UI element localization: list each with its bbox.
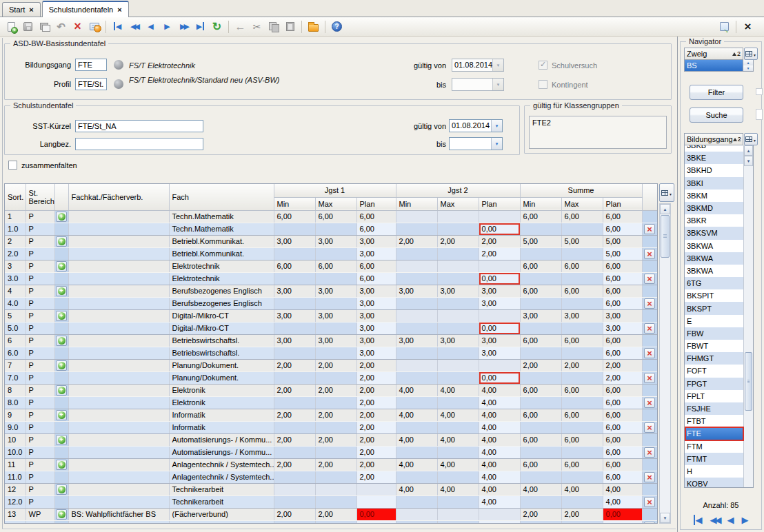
cell-value[interactable]: 6,00 [603,285,642,297]
cell-value[interactable] [274,347,315,359]
refresh-button[interactable] [209,19,225,34]
cell-value[interactable]: 4,00 [520,483,561,495]
column-header-bereich[interactable]: St. Bereich [26,184,54,210]
cell-value[interactable] [315,495,356,508]
cell-value[interactable] [315,347,356,359]
cell-value[interactable] [315,223,356,235]
cell-value[interactable] [520,247,561,260]
delete-record-button[interactable] [70,19,86,34]
cell-value[interactable]: 4,00 [396,483,437,495]
cell-value[interactable]: 2,00 [561,359,603,371]
cell-value[interactable] [356,520,396,524]
bis-select[interactable] [449,137,503,150]
cell-value[interactable]: 6,00 [603,446,642,458]
cell-value[interactable]: 2,00 [356,409,396,421]
cell-value[interactable] [274,371,315,384]
cell-value[interactable]: 4,00 [437,433,479,446]
cell-value[interactable] [479,210,520,223]
column-header-min[interactable]: Min [520,197,561,210]
bildungsgang-list-item[interactable]: 3BKI [685,177,743,190]
cell-value[interactable]: 2,00 [315,384,356,396]
column-header-max[interactable]: Max [561,197,603,210]
cell-value[interactable]: 6,00 [315,210,356,223]
cell-value[interactable]: 6,00 [561,260,603,272]
cell-value[interactable] [274,483,315,495]
table-row[interactable]: 5.0PDigital-/Mikro-CT3,000,003,00 [5,322,657,334]
cell-value[interactable]: 3,00 [356,247,396,260]
cell-value[interactable] [396,272,437,285]
cell-value[interactable]: 4,00 [396,409,437,421]
cell-value[interactable]: 2,00 [603,371,642,384]
cell-value[interactable] [274,247,315,260]
zweig-header[interactable]: Zweig 2 [684,48,743,60]
cell-value[interactable] [396,297,437,309]
nav-back-button[interactable] [143,19,159,34]
column-header-min[interactable]: Min [274,197,315,210]
cell-value[interactable]: 2,00 [479,247,520,260]
cell-value[interactable] [396,210,437,223]
cell-value[interactable] [396,495,437,508]
bildungsgang-settings-button[interactable] [744,133,758,145]
delete-row-button[interactable] [644,522,655,524]
bildungsgang-list-item[interactable]: BKSPT [685,302,743,314]
cell-value[interactable]: 6,00 [561,433,603,446]
close-module-button[interactable] [740,19,756,34]
cell-value[interactable] [437,260,479,272]
cell-value[interactable]: 3,00 [356,285,396,297]
bildungsgang-list-item[interactable]: FBW [685,327,743,340]
tab-close-icon[interactable] [29,6,33,14]
save-button[interactable] [20,19,36,34]
cell-value[interactable] [437,223,479,235]
nav-forward-button[interactable] [742,515,749,525]
cell-value[interactable]: 6,00 [561,210,603,223]
cell-value[interactable]: 3,00 [356,322,396,334]
expand-row-button[interactable] [56,236,67,247]
bildungsgang-list-item[interactable]: KOBV [685,478,743,488]
cell-value[interactable] [396,223,437,235]
column-header-max[interactable]: Max [437,197,479,210]
scrollbar-thumb[interactable] [661,215,670,258]
cell-value[interactable] [274,471,315,483]
table-row[interactable]: 11PAnlagentechnik / Systemtech...2,002,0… [5,458,657,471]
scrollbar-thumb[interactable] [745,352,752,411]
column-header-max[interactable]: Max [315,197,356,210]
cell-value[interactable]: 6,00 [356,260,396,272]
cell-value[interactable]: 6,00 [561,458,603,471]
table-row[interactable]: 4PBerufsbezogenes Englisch3,003,003,003,… [5,285,657,297]
cell-value[interactable]: 3,00 [315,334,356,347]
cell-value[interactable] [437,309,479,322]
filter-button[interactable]: Filter [690,85,743,100]
cell-value[interactable]: 2,00 [274,359,315,371]
cell-value[interactable]: 6,00 [603,409,642,421]
cell-value[interactable] [396,508,437,520]
delete-row-button[interactable] [644,373,655,383]
bildungsgang-list-item[interactable]: FTM [685,440,743,453]
cell-value[interactable] [396,359,437,371]
cell-value[interactable] [520,347,561,359]
table-row[interactable]: 1PTechn.Mathematik6,006,006,006,006,006,… [5,210,657,223]
delete-row-button[interactable] [644,398,655,408]
cell-value[interactable]: 3,00 [315,285,356,297]
cell-value[interactable] [274,495,315,508]
cell-value[interactable]: 3,00 [396,334,437,347]
cell-value[interactable] [396,322,437,334]
nav-last-button[interactable] [192,19,208,34]
column-header-min[interactable]: Min [396,197,437,210]
cell-value[interactable]: 6,00 [561,409,603,421]
cell-value[interactable] [561,471,603,483]
bildungsgang-list-item[interactable]: FOFT [685,365,743,377]
bildungsgang-list-item[interactable]: H [685,465,743,478]
cell-value[interactable]: 6,00 [520,334,561,347]
table-row[interactable]: 3.0PElektrotechnik6,000,006,00 [5,272,657,285]
cell-value[interactable]: 3,00 [437,285,479,297]
cell-value[interactable]: 2,00 [479,235,520,247]
cell-value[interactable]: 2,00 [274,433,315,446]
cell-value[interactable] [396,421,437,433]
cell-value[interactable]: 2,00 [356,371,396,384]
nav-first-button[interactable] [694,515,703,525]
cell-value[interactable]: 2,00 [356,458,396,471]
cell-value[interactable]: 6,00 [603,421,642,433]
cell-value[interactable] [520,421,561,433]
cell-value[interactable]: 2,00 [561,508,603,520]
cell-value[interactable] [437,371,479,384]
